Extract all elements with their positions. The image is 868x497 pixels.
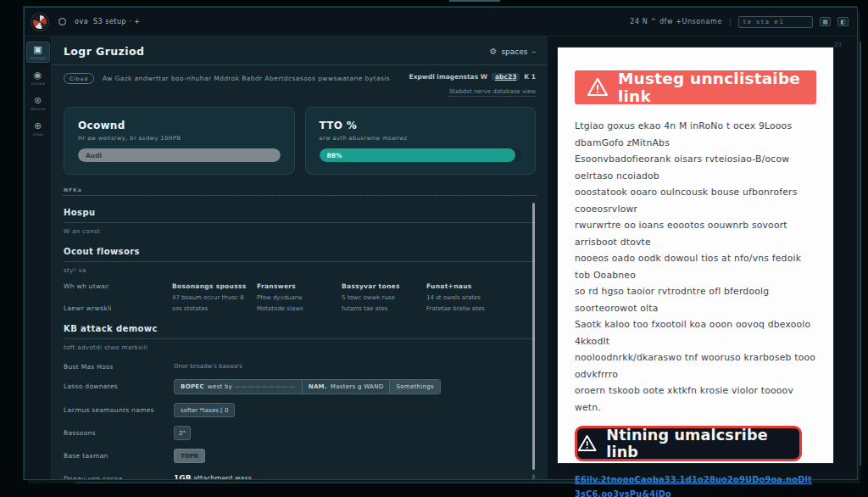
dotted-divider <box>62 195 537 196</box>
segment-key: BOPEC <box>181 383 204 390</box>
tto-progress-track: 88% <box>320 148 522 162</box>
paragraph-line: ooostatook ooaro oulncousk bouse ufbonro… <box>575 184 816 217</box>
crowd-progress-track: Audi <box>78 148 281 162</box>
spaces-label: spaces <box>501 47 527 56</box>
grid-icon[interactable]: ▦ <box>820 17 831 26</box>
row-value-note: Onor broadw's baswa's <box>174 360 242 370</box>
grid-col-value: Motatode slaws <box>257 305 342 312</box>
grid-col-value: futarro tae ates <box>342 305 426 312</box>
sidebar-item-label: enas <box>28 131 47 136</box>
attachment-size-unit: attachment wass <box>193 475 252 479</box>
grid-column: Bosonangs spousss 47 bsaum occur thvoc 8… <box>172 282 257 312</box>
tto-card: TTO % arw avth abusrwnw mswrwz 88% <box>305 107 537 175</box>
section-flowsors-sub: sty! va <box>64 267 536 274</box>
k1-label: K 1 <box>524 73 536 81</box>
row-label-bust: Bust Mas Hoss <box>64 360 174 371</box>
statistics-link[interactable]: Stabdst nerve database view <box>449 88 536 97</box>
missing-unsubscribe-button[interactable]: Ntining umalcsribe linb <box>575 426 802 461</box>
manage-icon: ▣ <box>27 45 49 55</box>
crowd-card: Ocownd Hr aw wonsrwy, br asdwy 10HPB Aud… <box>64 107 295 175</box>
enas-icon: ⊕ <box>27 121 49 131</box>
crowd-card-title: Ocownd <box>78 120 281 131</box>
top-bar: ova S3 setup · + 24 N ^ dfw +Unsoname | … <box>25 8 857 36</box>
search-input[interactable]: te sta e1 <box>738 16 813 28</box>
sidebar-item-manage[interactable]: ▣ manage <box>27 42 49 62</box>
grid-col-header: Franswers <box>257 282 342 290</box>
sidebar-item-label: manage <box>28 55 47 59</box>
tto-card-title: TTO % <box>320 120 522 131</box>
page-title: Logr Gruziod <box>64 45 144 58</box>
sidebar-item-label: deacos <box>28 106 47 110</box>
alert-banner: Musteg unnclistaibe link <box>575 70 816 104</box>
sidebar-item-label: oonais <box>28 81 47 85</box>
scrollbar[interactable] <box>532 203 535 470</box>
section-rule <box>64 338 536 339</box>
warning-triangle-icon <box>577 434 597 453</box>
segmented-input[interactable]: BOPEC west by ————————— NAM. Masters g W… <box>174 379 441 394</box>
deacos-icon: ⊛ <box>27 96 49 106</box>
sidebar: ▣ manage ◉ oonais ⊛ deacos ⊕ enas <box>25 36 52 479</box>
brand-label[interactable]: ova <box>75 18 88 25</box>
corner-number: 23 <box>834 42 842 48</box>
row-label-donau: Donau von cocoa <box>64 472 174 479</box>
grid-col-header: Bassyvar tones <box>342 282 426 290</box>
grid-row-label: Laewr wrwskli <box>64 304 172 312</box>
grid-col-header: Funat+naus <box>426 282 511 290</box>
bassoons-select[interactable]: 2° <box>174 426 191 440</box>
warning-panel: Musteg unnclistaibe link Ltgiao goxus ek… <box>558 47 833 463</box>
grid-col-value: Pfow dyvduarw <box>257 294 342 301</box>
paragraph-line: Esoonvbadofieorank oisars rvteiosiao-B/o… <box>575 151 816 184</box>
window-right-accent <box>860 42 861 466</box>
paragraph-line: nooeos oado oodk dowoul tios at nfo/vns … <box>575 250 816 283</box>
app-window: ova S3 setup · + 24 N ^ dfw +Unsoname | … <box>24 7 858 480</box>
grid-row-label: Wh wh utwac <box>64 282 172 290</box>
section-hospu-title: Hospu <box>64 208 536 217</box>
tiny-note: NFKa <box>64 187 536 193</box>
settings-panel: Logr Gruziod ⚙ spaces – Cibad Aw Gazk an… <box>52 36 548 479</box>
title-divider <box>52 64 548 65</box>
sidebar-item-enas[interactable]: ⊕ enas <box>27 119 49 138</box>
segment-button[interactable]: Somethings <box>389 380 440 394</box>
nav-setup-label[interactable]: S3 setup · + <box>93 18 140 25</box>
warning-triangle-icon <box>587 77 609 98</box>
expand-images-label: Expwdl imagenstas W <box>409 73 488 81</box>
app-logo-icon[interactable] <box>33 15 47 29</box>
header-separator: | <box>729 18 732 26</box>
grid-col-value: Fratetae bratw ates <box>426 305 511 312</box>
brand-circle-icon <box>58 18 66 25</box>
tto-card-subtitle: arw avth abusrwnw mswrwz <box>320 135 522 142</box>
spaces-dropdown[interactable]: ⚙ spaces – <box>489 47 536 56</box>
segment-text: Masters g WAND <box>331 383 384 390</box>
panel-toggle-icon[interactable]: ◧ <box>837 17 849 26</box>
feature-toggle[interactable]: Cibad <box>64 73 94 84</box>
attachment-size-value: 1GB attachment wass <box>174 472 252 479</box>
row-label-taxman: Base taxman <box>64 449 174 460</box>
screen-top-accent <box>449 0 500 2</box>
chevron-down-icon: – <box>532 47 537 56</box>
taxman-input[interactable]: TOPR <box>174 449 205 463</box>
hyperlink[interactable]: E6ilv.2tnoooCaoba33.1d1o28uo2o9UDo9oa.no… <box>575 473 816 497</box>
warning-paragraph: Ltgiao goxus ekao 4n M inRoNo t ocex 9Lo… <box>575 118 816 416</box>
segment-underline: ————————— <box>235 383 296 390</box>
section-attack-title: KB attack demowc <box>64 324 536 333</box>
abc-chip-link[interactable]: abc23 <box>492 73 520 81</box>
row-label-lasso: Lasso downates <box>64 379 174 390</box>
paragraph-line: Ltgiao goxus ekao 4n M inRoNo t ocex 9Lo… <box>575 118 816 151</box>
section-rule <box>64 261 536 262</box>
sidebar-item-deacos[interactable]: ⊛ deacos <box>27 93 49 113</box>
button-label: Ntining umalcsribe linb <box>606 427 799 461</box>
sidebar-item-oonais[interactable]: ◉ oonais <box>27 68 49 87</box>
section-rule <box>64 222 536 223</box>
paragraph-line: Saotk kaloo too fxootoil koa ooon oovoq … <box>575 316 816 349</box>
crowd-card-subtitle: Hr aw wonsrwy, br asdwy 10HPB <box>78 135 281 142</box>
grid-col-value: sos stotates <box>172 305 257 312</box>
oonais-icon: ◉ <box>27 70 49 81</box>
grid-column: Bassyvar tones 5 towc owwk ruse futarro … <box>342 282 426 312</box>
lacmus-input[interactable]: softer *taxes [ 0 <box>174 403 235 417</box>
grid-col-value: 47 bsaum occur thvoc 8 <box>172 294 257 301</box>
header-meta-text: 24 N ^ dfw +Unsoname <box>630 18 722 25</box>
grid-col-value: 14 st owols arates <box>426 294 511 301</box>
gear-icon: ⚙ <box>489 47 497 56</box>
crowd-progress-fill: Audi <box>78 148 281 162</box>
row-label-bassoons: Bassoons <box>64 426 174 437</box>
